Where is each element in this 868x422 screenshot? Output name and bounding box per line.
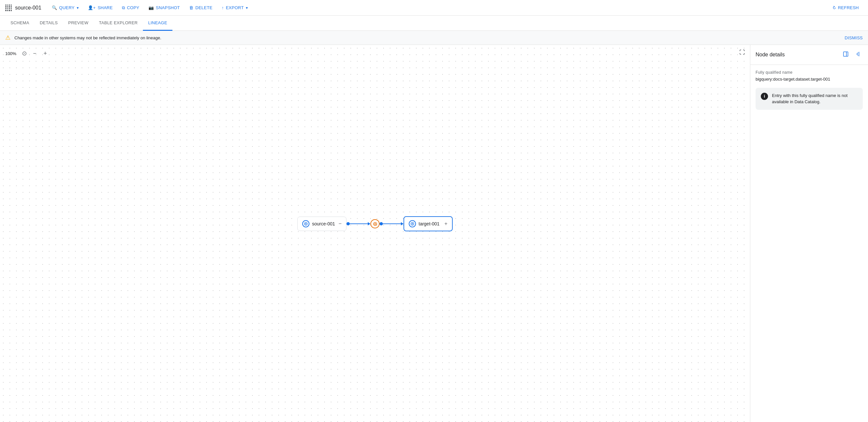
toolbar-title-area: source-001 — [5, 5, 41, 11]
warning-icon: ⚠ — [5, 34, 10, 41]
zoom-in-button[interactable]: + — [41, 49, 50, 58]
zoom-reset-button[interactable]: ⊙ — [20, 49, 29, 58]
right-panel: Node details — [750, 45, 868, 422]
intermediate-node[interactable] — [370, 219, 380, 228]
intermediate-node-icon — [370, 219, 380, 228]
source-collapse-button[interactable]: − — [339, 221, 342, 227]
copy-button[interactable]: ⧉ COPY — [118, 3, 143, 12]
delete-icon: 🗑 — [189, 5, 193, 10]
target-node[interactable]: target-001 + — [404, 216, 453, 231]
export-icon: ↑ — [222, 5, 224, 10]
connector-1 — [346, 222, 370, 225]
copy-icon: ⧉ — [122, 5, 125, 10]
info-box-text: Entry with this fully qualified name is … — [772, 92, 858, 105]
snapshot-icon: 📷 — [149, 5, 154, 10]
connector-line-2 — [383, 223, 401, 224]
tab-preview[interactable]: PREVIEW — [63, 16, 94, 31]
info-icon: i — [761, 93, 768, 100]
open-panel-icon — [843, 51, 849, 58]
search-icon: 🔍 — [52, 5, 57, 10]
main-layout: 100% ⊙ − + — [0, 45, 868, 422]
connector-2 — [380, 222, 404, 225]
fqn-label: Fully qualified name — [755, 70, 863, 75]
connector-arrow-1 — [368, 222, 370, 225]
tab-schema[interactable]: SCHEMA — [5, 16, 34, 31]
connector-arrow-2 — [401, 222, 404, 225]
share-icon: 👤+ — [88, 5, 96, 10]
panel-header: Node details — [750, 45, 868, 65]
target-node-label: target-001 — [418, 221, 440, 226]
query-button[interactable]: 🔍 QUERY ▾ — [48, 3, 83, 12]
source-node-label: source-001 — [312, 221, 335, 226]
fqn-value: bigquery:docs-target.dataset.target-001 — [755, 76, 863, 83]
toolbar: source-001 🔍 QUERY ▾ 👤+ SHARE ⧉ COPY 📷 S… — [0, 0, 868, 16]
panel-title: Node details — [755, 52, 840, 58]
panel-content: Fully qualified name bigquery:docs-targe… — [750, 65, 868, 422]
chevron-down-icon: ▾ — [77, 6, 79, 10]
info-banner: ⚠ Changes made in other systems may not … — [0, 31, 868, 45]
svg-rect-9 — [843, 52, 848, 56]
delete-button[interactable]: 🗑 DELETE — [185, 3, 216, 12]
zoom-controls: 100% ⊙ − + — [3, 47, 53, 59]
source-node[interactable]: source-001 − — [297, 217, 346, 231]
tab-details[interactable]: DETAILS — [34, 16, 63, 31]
chevron-down-icon: ▾ — [246, 6, 248, 10]
source-node-icon — [302, 220, 309, 227]
tab-table-explorer[interactable]: TABLE EXPLORER — [94, 16, 143, 31]
share-button[interactable]: 👤+ SHARE — [84, 3, 117, 12]
target-node-icon — [409, 220, 416, 227]
collapse-panel-icon — [855, 51, 861, 58]
export-button[interactable]: ↑ EXPORT ▾ — [218, 3, 252, 12]
refresh-button[interactable]: ↻ REFRESH — [828, 3, 863, 12]
zoom-out-icon: − — [33, 50, 37, 57]
page-title: source-001 — [15, 5, 41, 11]
tab-lineage[interactable]: LINEAGE — [143, 16, 173, 31]
snapshot-button[interactable]: 📷 SNAPSHOT — [145, 3, 184, 12]
zoom-reset-icon: ⊙ — [22, 50, 27, 57]
zoom-out-button[interactable]: − — [30, 49, 39, 58]
panel-open-button[interactable] — [840, 50, 851, 60]
zoom-percent: 100% — [5, 51, 18, 56]
lineage-diagram: source-001 − — [297, 216, 453, 231]
target-expand-button[interactable]: + — [444, 221, 447, 227]
banner-message: Changes made in other systems may not be… — [14, 35, 161, 40]
connector-middle-dot — [380, 222, 383, 225]
canvas-area: 100% ⊙ − + — [0, 45, 750, 422]
tabbar: SCHEMA DETAILS PREVIEW TABLE EXPLORER LI… — [0, 16, 868, 31]
refresh-icon: ↻ — [831, 5, 837, 11]
canvas-content[interactable]: source-001 − — [0, 45, 750, 422]
info-box: i Entry with this fully qualified name i… — [755, 88, 863, 110]
panel-collapse-button[interactable] — [852, 50, 863, 60]
panel-icon-buttons — [840, 50, 863, 60]
connector-start-dot — [346, 222, 350, 225]
connector-line-1 — [350, 223, 368, 224]
dismiss-button[interactable]: DISMISS — [845, 35, 863, 40]
grid-icon — [5, 5, 12, 11]
zoom-in-icon: + — [43, 50, 47, 57]
